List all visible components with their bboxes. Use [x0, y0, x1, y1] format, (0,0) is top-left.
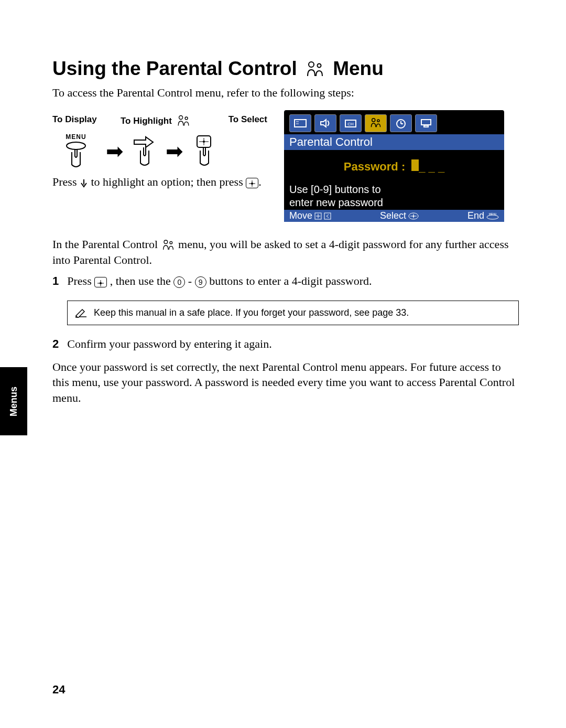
svg-point-32 [164, 240, 168, 244]
svg-rect-25 [324, 213, 331, 219]
step-2-text: Confirm your password by entering it aga… [67, 337, 271, 352]
tv-menu-title: Parental Control [284, 134, 504, 150]
header-select: To Select [210, 114, 267, 128]
tv-menu-screenshot: CH Parental Control Password : [284, 110, 504, 222]
section-tab: Menus [0, 367, 27, 435]
step-2: 2 Confirm your password by entering it a… [52, 337, 519, 352]
svg-rect-12 [295, 120, 306, 127]
tv-foot-select: Select [380, 210, 419, 221]
tv-foot-end: End MENU [467, 210, 499, 221]
arrow-right-icon: ➡ [166, 141, 183, 162]
down-arrow-icon [80, 178, 88, 188]
parental-control-icon [176, 114, 191, 128]
step-number: 2 [52, 337, 59, 352]
step-number: 1 [52, 274, 59, 289]
navigate-press-icon [130, 135, 159, 166]
arrow-key-icon [324, 212, 331, 220]
select-key-icon [408, 212, 419, 220]
body-paragraph-1: In the Parental Control menu, you will b… [52, 237, 519, 267]
tv-cursor-icon [411, 159, 419, 171]
svg-point-1 [317, 64, 321, 68]
tv-icon-video [289, 114, 311, 132]
tv-icon-channel: CH [340, 114, 362, 132]
svg-rect-23 [424, 125, 428, 127]
body-paragraph-2: Once your password is set correctly, the… [52, 359, 519, 406]
tv-message-2: enter new password [284, 197, 504, 210]
menu-key-icon: MENU [486, 212, 499, 220]
press-text-b: to highlight an option; then press [91, 175, 246, 188]
tv-footer: Move Select End MENU [284, 210, 504, 222]
enter-key-icon [94, 277, 107, 287]
title-part-2: Menu [333, 58, 384, 79]
page-title: Using the Parental Control Menu [52, 58, 519, 80]
svg-point-3 [185, 117, 188, 120]
tv-icon-setup [415, 114, 437, 132]
tv-icon-timer [390, 114, 412, 132]
header-display: To Display [52, 114, 121, 128]
menu-button-label: MENU [52, 133, 100, 141]
svg-point-33 [170, 241, 172, 244]
note-box: Keep this manual in a safe place. If you… [67, 301, 519, 325]
parental-control-icon [304, 60, 325, 79]
title-part-1: Using the Parental Control [52, 58, 297, 79]
svg-point-18 [377, 120, 379, 122]
svg-text:MENU: MENU [489, 212, 497, 216]
press-instruction: Press to highlight an option; then press… [52, 175, 267, 189]
instruction-icons: MENU ➡ ➡ [52, 133, 267, 170]
enter-key-icon [246, 178, 258, 188]
tv-icon-audio [314, 114, 336, 132]
joystick-icon [314, 212, 322, 220]
header-highlight: To Highlight [121, 116, 172, 126]
select-press-icon [190, 135, 219, 166]
tv-password-field: Password : _ _ _ [284, 156, 504, 184]
menu-press-icon [61, 141, 91, 168]
page-number: 24 [52, 683, 65, 697]
zero-key-icon: 0 [173, 276, 185, 288]
tv-underscores: _ _ _ [419, 160, 444, 174]
tv-foot-move: Move [289, 210, 331, 221]
tv-icon-parental [365, 114, 387, 132]
svg-point-4 [67, 142, 85, 149]
svg-point-2 [179, 116, 182, 120]
tv-message-1: Use [0-9] buttons to [284, 184, 504, 197]
parental-control-icon [161, 239, 176, 252]
press-text-c: . [258, 175, 262, 188]
tv-password-label: Password : [344, 160, 405, 174]
note-text: Keep this manual in a safe place. If you… [94, 307, 409, 318]
arrow-right-icon: ➡ [106, 141, 124, 162]
svg-rect-22 [421, 120, 431, 125]
instruction-headers: To Display To Highlight To Select [52, 110, 267, 128]
svg-point-30 [487, 215, 498, 219]
svg-point-17 [372, 119, 375, 122]
press-text-a: Press [52, 175, 80, 188]
svg-text:CH: CH [347, 122, 354, 126]
intro-text: To access the Parental Control menu, ref… [52, 86, 519, 100]
step-1: 1 Press , then use the 0 - 9 buttons to … [52, 274, 519, 289]
nine-key-icon: 9 [195, 276, 206, 288]
tv-icon-bar: CH [284, 110, 504, 134]
svg-point-0 [309, 62, 314, 67]
pencil-note-icon [75, 307, 88, 318]
